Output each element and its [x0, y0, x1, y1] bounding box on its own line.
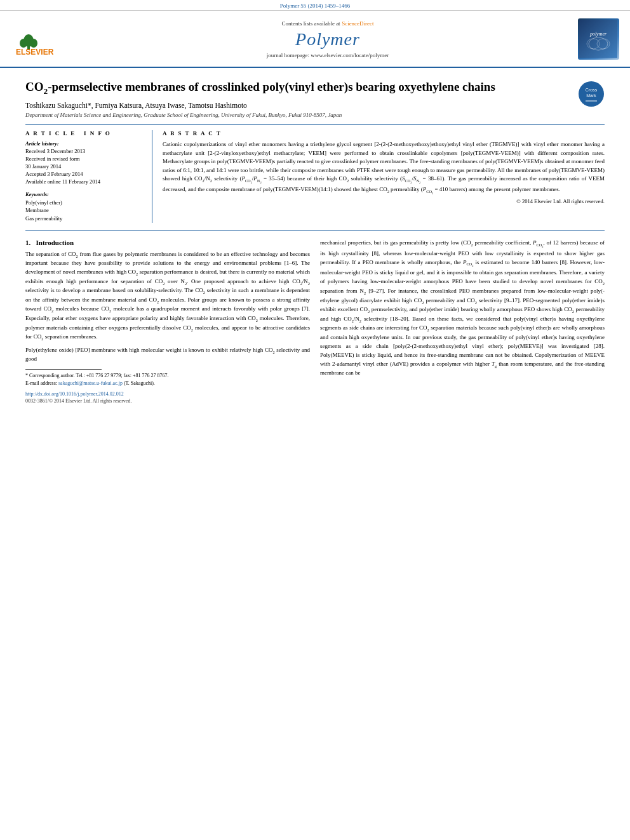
copyright-line: © 2014 Elsevier Ltd. All rights reserved… — [163, 198, 605, 204]
journal-title-area: Contents lists available at ScienceDirec… — [89, 16, 566, 62]
journal-name: Polymer — [295, 29, 360, 50]
intro-heading: 1. Introduction — [25, 239, 310, 246]
keywords-label: Keywords: — [25, 191, 145, 197]
doi-link[interactable]: http://dx.doi.org/10.1016/j.polymer.2014… — [25, 391, 310, 397]
svg-point-3 — [30, 39, 37, 48]
accepted-label: Accepted 3 February 2014 — [25, 171, 145, 178]
intro-left-column: 1. Introduction The separation of CO2 fr… — [25, 239, 310, 404]
revised-date: 30 January 2014 — [25, 163, 145, 171]
polymer-badge: polymer — [578, 18, 619, 60]
title-co2: CO2-permselective membranes of crosslink… — [25, 80, 495, 93]
svg-rect-6 — [579, 20, 617, 58]
svg-text:Cross: Cross — [586, 88, 598, 92]
available-label: Available online 11 February 2014 — [25, 178, 145, 186]
polymer-badge-image: polymer — [579, 20, 617, 58]
crossmark-area: Cross Mark — [578, 81, 605, 109]
footnote-star-text: * Corresponding author. Tel.: +81 776 27… — [25, 373, 168, 378]
abstract-text: Cationic copolymerizations of vinyl ethe… — [163, 140, 605, 196]
footnote-email-address: sakaguchi@matse.u-fukui.ac.jp — [58, 380, 123, 386]
article-title: CO2-permselective membranes of crosslink… — [25, 79, 605, 97]
article-info-column: A R T I C L E I N F O Article history: R… — [25, 130, 152, 223]
footnote-email-suffix: (T. Sakaguchi). — [124, 380, 155, 386]
keyword-3: Gas permeability — [25, 215, 145, 223]
received-date: Received 3 December 2013 — [25, 148, 145, 156]
polymer-badge-area: polymer — [573, 16, 624, 62]
intro-title: Introduction — [36, 239, 74, 246]
svg-text:Mark: Mark — [586, 93, 596, 98]
footnote-email: E-mail address: sakaguchi@matse.u-fukui.… — [25, 380, 310, 387]
journal-citation: Polymer 55 (2014) 1459–1466 — [280, 3, 351, 9]
intro-paragraph-1: The separation of CO2 from flue gases by… — [25, 250, 310, 342]
crossmark-icon: Cross Mark — [578, 81, 605, 107]
affiliation-line: Department of Materials Science and Engi… — [25, 112, 605, 118]
keywords-section: Keywords: Poly(vinyl ether) Membrane Gas… — [25, 191, 145, 223]
elsevier-logo-area: ELSEVIER — [6, 16, 83, 62]
elsevier-logo-svg: ELSEVIER — [13, 22, 76, 57]
contents-available-line: Contents lists available at ScienceDirec… — [281, 20, 373, 27]
authors-text: Toshikazu Sakaguchi*, Fumiya Katsura, At… — [25, 102, 247, 109]
article-info-heading: A R T I C L E I N F O — [25, 130, 145, 137]
article-body: Cross Mark CO2-permselective membranes o… — [0, 68, 630, 404]
abstract-heading: A B S T R A C T — [163, 130, 605, 137]
homepage-line: journal homepage: www.elsevier.com/locat… — [267, 52, 389, 58]
footnote-star: * Corresponding author. Tel.: +81 776 27… — [25, 372, 310, 380]
top-bar: Polymer 55 (2014) 1459–1466 — [0, 0, 630, 11]
section-divider — [25, 230, 605, 231]
revised-label: Received in revised form — [25, 156, 145, 163]
intro-paragraph-2: Poly(ethylene oxide) [PEO] membrane with… — [25, 346, 310, 364]
svg-text:polymer: polymer — [589, 31, 607, 37]
keyword-2: Membrane — [25, 206, 145, 215]
article-info-abstract-section: A R T I C L E I N F O Article history: R… — [25, 124, 605, 223]
history-label: Article history: — [25, 140, 145, 147]
issn-line: 0032-3861/© 2014 Elsevier Ltd. All right… — [25, 398, 310, 404]
svg-text:ELSEVIER: ELSEVIER — [16, 48, 54, 57]
footnote-email-label: E-mail address: — [25, 380, 57, 386]
authors-line: Toshikazu Sakaguchi*, Fumiya Katsura, At… — [25, 102, 605, 109]
intro-right-column: mechanical properties, but its gas perme… — [320, 239, 605, 404]
introduction-section: 1. Introduction The separation of CO2 fr… — [25, 239, 605, 404]
footnote-divider — [25, 369, 102, 370]
svg-point-2 — [20, 39, 27, 48]
keyword-1: Poly(vinyl ether) — [25, 199, 145, 207]
intro-right-paragraph: mechanical properties, but its gas perme… — [320, 239, 605, 378]
intro-number: 1. — [25, 239, 30, 246]
footnote-doi-area: http://dx.doi.org/10.1016/j.polymer.2014… — [25, 391, 310, 404]
journal-header: ELSEVIER Contents lists available at Sci… — [0, 11, 630, 68]
abstract-column: A B S T R A C T Cationic copolymerizatio… — [163, 130, 605, 223]
